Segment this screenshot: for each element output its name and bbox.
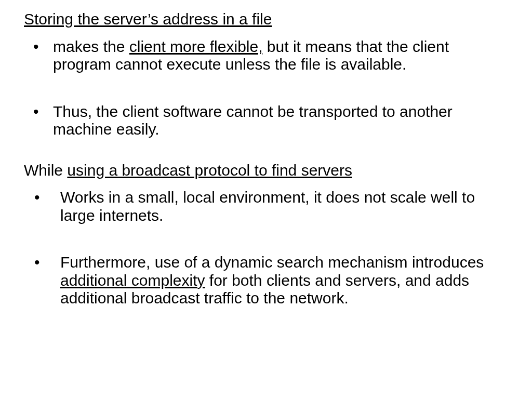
underlined-text: using a broadcast protocol to find serve… xyxy=(67,162,352,179)
list-item: makes the client more flexible, but it m… xyxy=(24,38,508,74)
text: makes the xyxy=(53,38,129,55)
section2-heading: While using a broadcast protocol to find… xyxy=(24,162,508,180)
text: Furthermore, use of a dynamic search mec… xyxy=(60,254,484,271)
section1-list: makes the client more flexible, but it m… xyxy=(24,38,508,139)
text: Works in a small, local environment, it … xyxy=(60,189,475,224)
list-item: Furthermore, use of a dynamic search mec… xyxy=(24,254,508,308)
list-item: Thus, the client software cannot be tran… xyxy=(24,103,508,139)
underlined-text: additional complexity xyxy=(60,272,205,289)
list-item: Works in a small, local environment, it … xyxy=(24,189,508,224)
section1-heading: Storing the server’s address in a file xyxy=(24,10,508,29)
slide: Storing the server’s address in a file m… xyxy=(0,0,532,318)
section2-list: Works in a small, local environment, it … xyxy=(24,189,508,308)
underlined-text: client more flexible, xyxy=(129,38,263,55)
text: While xyxy=(24,162,67,179)
text: Thus, the client software cannot be tran… xyxy=(53,103,453,138)
